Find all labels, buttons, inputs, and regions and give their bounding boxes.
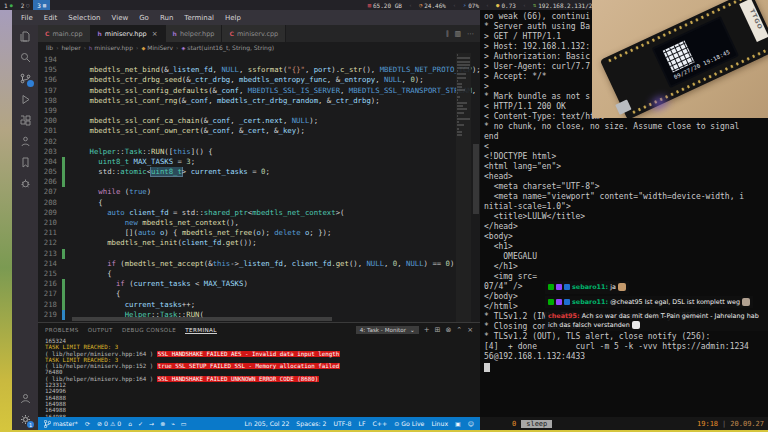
- code-line-215[interactable]: 215 {: [38, 269, 480, 279]
- tab-main.cpp[interactable]: Cmain.cpp: [38, 25, 91, 42]
- menu-go[interactable]: Go: [139, 14, 149, 22]
- editor-horizontal-scrollbar[interactable]: [72, 317, 454, 321]
- tmux-window-index[interactable]: 0: [512, 420, 516, 428]
- terminal-output[interactable]: 165324TASK LIMIT REACHED: 3( lib/helper/…: [38, 336, 480, 417]
- extensions-icon[interactable]: [18, 113, 32, 127]
- editor-vertical-scrollbar[interactable]: [472, 53, 480, 322]
- split-terminal-icon[interactable]: ⊞: [435, 326, 441, 334]
- menu-edit[interactable]: Edit: [44, 14, 58, 22]
- tab-miniserv.cpp[interactable]: Cminiserv.cpp: [222, 25, 286, 42]
- run-debug-icon[interactable]: [18, 92, 32, 106]
- encoding-setting[interactable]: UTF-8: [333, 420, 351, 427]
- code-line-200[interactable]: 200 mbedtls_ssl_conf_ca_chain(&_conf, _c…: [38, 116, 480, 126]
- sync-button[interactable]: ⟳: [85, 420, 90, 427]
- menu-selection[interactable]: Selection: [68, 14, 100, 22]
- close-panel-icon[interactable]: ×: [467, 326, 473, 334]
- more-actions-icon[interactable]: ⋯: [467, 30, 474, 38]
- code-line-218[interactable]: 218 current_tasks++;: [38, 300, 480, 310]
- pio-terminal-button[interactable]: ▭: [181, 420, 187, 427]
- breadcrumb-item[interactable]: lib: [46, 44, 53, 51]
- panel-tab-debug-console[interactable]: DEBUG CONSOLE: [122, 326, 176, 334]
- code-line-194[interactable]: 194: [38, 55, 480, 65]
- panel-tab-problems[interactable]: PROBLEMS: [45, 326, 79, 334]
- code-line-204[interactable]: 204 uint8_t MAX_TASKS = 3;: [38, 157, 480, 167]
- tab-helper.hpp[interactable]: hhelper.hpp: [166, 25, 223, 42]
- settings-icon[interactable]: 1: [18, 412, 32, 426]
- code-line-201[interactable]: 201 mbedtls_ssl_conf_own_cert(&_conf, &_…: [38, 126, 480, 136]
- pio-home-button[interactable]: ⌂: [128, 420, 132, 427]
- code-line-195[interactable]: 195 mbedtls_net_bind(&_listen_fd, NULL, …: [38, 65, 480, 75]
- maximize-panel-icon[interactable]: ⌃: [456, 326, 462, 334]
- breadcrumb-item[interactable]: ◆MiniServ: [141, 44, 173, 51]
- code-line-198[interactable]: 198 mbedtls_ssl_conf_rng(&_conf, mbedtls…: [38, 96, 480, 106]
- gpu-icon: ⚡: [463, 2, 466, 8]
- workspace-button-1[interactable]: 1●: [0, 0, 17, 10]
- code-line-199[interactable]: 199: [38, 106, 480, 116]
- code-line-216[interactable]: 216 if (current_tasks < MAX_TASKS): [38, 279, 480, 289]
- menu-help[interactable]: Help: [225, 14, 241, 22]
- minimap[interactable]: [456, 53, 471, 322]
- code-line-206[interactable]: 206: [38, 177, 480, 187]
- code-editor[interactable]: 194195 mbedtls_net_bind(&_listen_fd, NUL…: [38, 53, 480, 322]
- tmux-window-name[interactable]: sleep: [521, 420, 552, 428]
- live-share-icon[interactable]: [18, 134, 32, 148]
- feedback-icon[interactable]: ☺: [468, 420, 474, 427]
- menu-run[interactable]: Run: [160, 14, 173, 22]
- remote-os-indicator[interactable]: Linux: [431, 420, 448, 427]
- cursor-position[interactable]: Ln 205, Col 22: [245, 420, 290, 427]
- files-icon[interactable]: [18, 29, 32, 43]
- load-value: 0.73: [501, 2, 515, 9]
- kill-terminal-icon[interactable]: ⊗: [445, 326, 451, 334]
- tab-miniserv.hpp[interactable]: hminiserv.hpp×: [91, 25, 166, 42]
- code-line-203[interactable]: 203 Helper::Task::RUN([this]() {: [38, 147, 480, 157]
- menu-view[interactable]: View: [112, 14, 129, 22]
- code-line-213[interactable]: 213: [38, 249, 480, 259]
- breadcrumb-item[interactable]: ◈start(uint16_t, String, String): [181, 44, 274, 51]
- panel-tab-terminal[interactable]: TERMINAL: [185, 326, 217, 334]
- editor-layout-icon[interactable]: ▥: [454, 30, 461, 38]
- code-line-205[interactable]: 205 std::atomic<uint8_t> current_tasks =…: [38, 167, 480, 177]
- git-branch-indicator[interactable]: master*: [44, 420, 78, 428]
- bug-icon[interactable]: [18, 176, 32, 190]
- split-editor-icon[interactable]: ⫿: [446, 30, 448, 38]
- breadcrumb[interactable]: lib›helper›hminiserv.hpp›◆MiniServ›◈star…: [38, 42, 480, 53]
- code-line-197[interactable]: 197 mbedtls_ssl_config_defaults(&_conf, …: [38, 86, 480, 96]
- breadcrumb-item[interactable]: hminiserv.hpp: [89, 44, 133, 51]
- pio-serial-monitor-button[interactable]: ⌁: [171, 420, 175, 427]
- menu-file[interactable]: File: [21, 14, 33, 22]
- workspace-button-2[interactable]: 2▢: [17, 0, 34, 10]
- account-icon[interactable]: [18, 391, 32, 405]
- pio-clean-button[interactable]: ⊗: [160, 420, 165, 427]
- bookmarks-icon[interactable]: [18, 155, 32, 169]
- code-line-196[interactable]: 196 mbedtls_ctr_drbg_seed(&_ctr_drbg, mb…: [38, 75, 480, 85]
- eol-setting[interactable]: LF: [358, 420, 365, 427]
- terminal-selector-dropdown[interactable]: 4: Task - Monitor⌄: [356, 326, 419, 334]
- language-mode[interactable]: C++: [372, 420, 387, 427]
- code-token: ,: [230, 75, 239, 84]
- indentation-setting[interactable]: Spaces: 2: [296, 420, 326, 427]
- breadcrumb-item[interactable]: helper: [62, 44, 81, 51]
- go-live-button[interactable]: ⊙Go Live: [394, 420, 424, 427]
- menu-terminal[interactable]: Terminal: [184, 14, 214, 22]
- workspace-button-3[interactable]: 3▤: [33, 0, 50, 10]
- code-line-210[interactable]: 210 new mbedtls_net_context(),: [38, 218, 480, 228]
- code-line-217[interactable]: 217 {: [38, 289, 480, 299]
- bell-icon[interactable]: ▣: [455, 420, 461, 427]
- code-line-207[interactable]: 207 while (true): [38, 187, 480, 197]
- problems-indicator[interactable]: ⊘0 ⚠0: [97, 420, 121, 427]
- new-terminal-icon[interactable]: +: [424, 326, 430, 334]
- panel-tab-output[interactable]: OUTPUT: [88, 326, 113, 334]
- code-line-214[interactable]: 214 if (mbedtls_net_accept(&this->_liste…: [38, 259, 480, 269]
- source-control-icon[interactable]: [18, 71, 32, 85]
- code-line-211[interactable]: 211 [](auto o) { mbedtls_net_free(o); de…: [38, 228, 480, 238]
- code-line-212[interactable]: 212 mbedtls_net_init(client_fd.get());: [38, 238, 480, 248]
- code-line-202[interactable]: 202: [38, 137, 480, 147]
- code-line-208[interactable]: 208 {: [38, 198, 480, 208]
- search-icon[interactable]: [18, 50, 32, 64]
- close-tab-icon[interactable]: ×: [152, 30, 158, 38]
- code-line-209[interactable]: 209 auto client_fd = std::shared_ptr<mbe…: [38, 208, 480, 218]
- pio-upload-button[interactable]: →: [149, 420, 154, 427]
- code-token: _conf: [208, 126, 230, 135]
- pio-build-button[interactable]: ✓: [138, 420, 143, 427]
- workspace-switcher[interactable]: 1●2▢3▤: [0, 0, 50, 10]
